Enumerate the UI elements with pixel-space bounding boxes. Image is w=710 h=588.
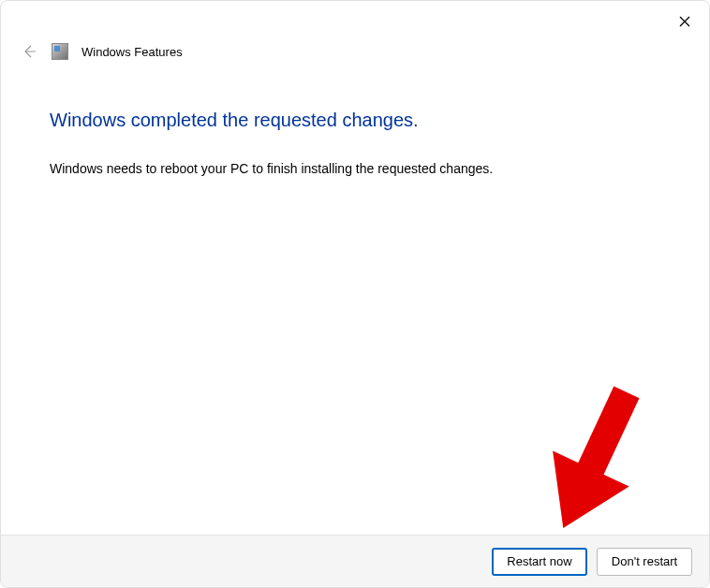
close-icon (679, 16, 690, 27)
restart-now-button[interactable]: Restart now (492, 548, 587, 576)
back-button[interactable] (20, 42, 38, 61)
header: Windows Features (1, 35, 709, 72)
back-arrow-icon (22, 44, 37, 59)
footer: Restart now Don't restart (1, 535, 709, 587)
annotation-arrow-icon (527, 375, 658, 553)
svg-marker-3 (527, 375, 658, 546)
windows-features-icon (52, 43, 68, 60)
app-title: Windows Features (81, 45, 183, 59)
body-message: Windows needs to reboot your PC to finis… (50, 159, 660, 179)
page-heading: Windows completed the requested changes. (50, 110, 660, 131)
dont-restart-button[interactable]: Don't restart (597, 548, 692, 576)
content-area: Windows completed the requested changes.… (1, 72, 709, 198)
close-button[interactable] (673, 10, 696, 33)
titlebar (1, 1, 709, 35)
